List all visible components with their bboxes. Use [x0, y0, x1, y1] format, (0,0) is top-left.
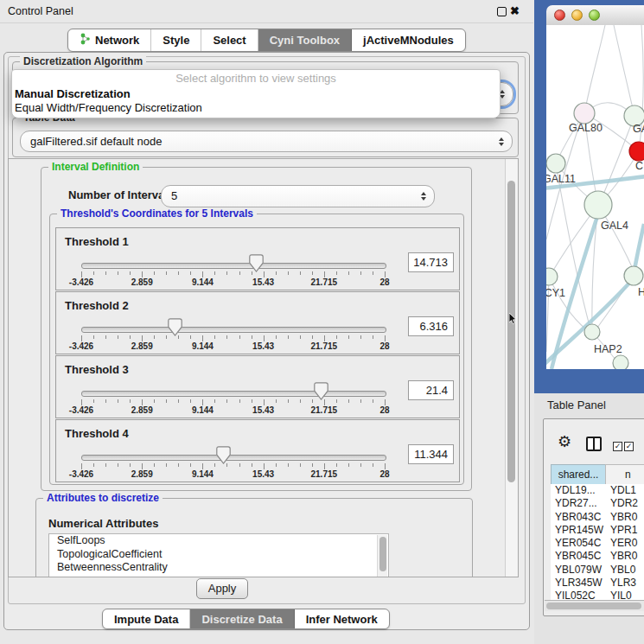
tab-impute-data[interactable]: Impute Data: [103, 609, 190, 628]
threshold-value-field[interactable]: 14.713: [408, 252, 454, 272]
group-title: Threshold's Coordinates for 5 Intervals: [57, 207, 257, 220]
slider-thumb[interactable]: [216, 446, 231, 464]
tick-label: 15.43: [245, 405, 283, 415]
algorithm-dropdown-popup: Select algorithm to view settings Manual…: [11, 69, 501, 118]
table-row[interactable]: YBR045CYBR0: [551, 550, 644, 563]
list-scrollbar[interactable]: [377, 535, 387, 577]
tick-mark: [373, 271, 373, 275]
network-node[interactable]: [546, 268, 558, 285]
number-of-intervals-spinner[interactable]: 5: [161, 185, 435, 207]
tab-discretize-data[interactable]: Discretize Data: [190, 609, 294, 628]
tick-mark: [264, 335, 265, 341]
slider-track: [81, 327, 386, 333]
tick-mark: [118, 399, 118, 403]
tick-mark: [385, 335, 386, 341]
table-row[interactable]: YIL052CYIL0: [551, 590, 644, 600]
tick-mark: [93, 271, 94, 275]
network-node-label: HAP2: [594, 343, 622, 355]
threshold-slider[interactable]: -3.4262.8599.14415.4321.71528: [56, 228, 402, 290]
table-row[interactable]: YLR345WYLR3: [551, 577, 644, 590]
traffic-light-zoom-icon[interactable]: [589, 10, 600, 21]
settings-scrollbar-thumb[interactable]: [507, 181, 515, 482]
tick-mark: [214, 463, 215, 467]
slider-thumb[interactable]: [249, 254, 264, 272]
threshold-slider[interactable]: -3.4262.8599.14415.4321.71528: [56, 420, 402, 481]
dropdown-item[interactable]: Equal Width/Frequency Discretization: [12, 101, 500, 115]
traffic-light-close-icon[interactable]: [554, 10, 565, 21]
cell-shared-name: YPR145W: [555, 524, 603, 537]
network-node[interactable]: [574, 103, 595, 124]
tick-mark: [105, 335, 106, 339]
network-node[interactable]: [584, 191, 612, 219]
table-row[interactable]: YDR27...YDR2: [551, 497, 644, 510]
threshold-value-field[interactable]: 11.344: [408, 444, 454, 464]
tab-jactivemnodules[interactable]: jActiveMNodules: [352, 29, 465, 51]
network-node[interactable]: [629, 142, 644, 161]
network-canvas[interactable]: GAL80GACGAL11GAL4GCY1HHAP2: [546, 25, 644, 369]
tick-mark: [252, 335, 252, 339]
column-header-name[interactable]: n: [605, 464, 644, 485]
network-node-label: H: [638, 286, 644, 298]
dropdown-item[interactable]: Manual Discretization: [12, 87, 500, 101]
table-data-value: galFiltered.sif default node: [30, 131, 162, 151]
list-item[interactable]: BetweennessCentrality: [49, 561, 388, 575]
tick-mark: [324, 271, 325, 277]
tab-network[interactable]: Network: [68, 29, 151, 51]
split-columns-icon[interactable]: [586, 437, 602, 451]
network-window-titlebar[interactable]: [546, 5, 644, 26]
horizontal-scrollbar[interactable]: [545, 600, 644, 611]
list-item[interactable]: TopologicalCoefficient: [49, 548, 388, 562]
list-item[interactable]: SelfLoops: [49, 534, 388, 548]
network-node[interactable]: [584, 324, 600, 340]
tab-style[interactable]: Style: [151, 29, 201, 51]
tick-mark: [190, 335, 191, 339]
tab-select[interactable]: Select: [201, 29, 258, 51]
tick-mark: [190, 271, 191, 275]
table-row[interactable]: YBL079WYBL0: [551, 564, 644, 577]
tick-label: 9.144: [183, 405, 221, 415]
tick-mark: [373, 463, 373, 467]
screenshot-root: Control Panel ✖ NetworkStyleSelectCyni T…: [0, 0, 644, 644]
float-window-icon[interactable]: [497, 7, 507, 16]
tick-label: 21.715: [305, 405, 343, 415]
threshold-value-field[interactable]: 6.316: [408, 316, 454, 336]
control-panel-titlebar: Control Panel ✖: [0, 0, 533, 23]
tick-mark: [348, 463, 349, 467]
threshold-slider[interactable]: -3.4262.8599.14415.4321.71528: [56, 356, 402, 418]
gear-icon[interactable]: ⚙: [558, 434, 571, 450]
column-header-shared-name[interactable]: shared...: [551, 464, 606, 485]
tab-label: Discretize Data: [201, 613, 282, 626]
tick-mark: [166, 463, 167, 467]
table-row[interactable]: YDL19...YDL1: [551, 484, 644, 497]
network-node[interactable]: [613, 355, 628, 369]
numerical-attributes-list[interactable]: SelfLoopsTopologicalCoefficientBetweenne…: [48, 533, 389, 577]
table-row[interactable]: YPR145WYPR1: [551, 524, 644, 537]
horizontal-scrollbar-thumb[interactable]: [546, 603, 641, 609]
settings-scrollbar[interactable]: [505, 159, 518, 577]
tab-label: Style: [163, 34, 189, 47]
cell-shared-name: YBR043C: [555, 511, 601, 524]
network-edge: [614, 25, 634, 116]
table-row[interactable]: YER054CYER0: [551, 537, 644, 550]
tick-mark: [264, 399, 265, 405]
apply-button[interactable]: Apply: [196, 578, 248, 599]
slider-thumb[interactable]: [314, 382, 328, 400]
tick-label: 28: [366, 469, 404, 479]
checkbox-icon[interactable]: ✓: [613, 442, 622, 451]
close-icon[interactable]: ✖: [510, 3, 520, 19]
network-node[interactable]: [624, 266, 643, 285]
list-scrollbar-thumb[interactable]: [379, 537, 386, 571]
slider-thumb[interactable]: [168, 318, 182, 336]
tab-infer-network[interactable]: Infer Network: [295, 609, 389, 628]
tick-mark: [142, 463, 143, 469]
checkbox-icon[interactable]: ✓: [624, 442, 634, 451]
tab-cyni-toolbox[interactable]: Cyni Toolbox: [258, 29, 352, 51]
table-data-combobox[interactable]: galFiltered.sif default node: [20, 131, 513, 152]
traffic-light-minimize-icon[interactable]: [571, 10, 583, 21]
network-node[interactable]: [546, 154, 565, 173]
tick-mark: [154, 463, 155, 467]
threshold-value-field[interactable]: 21.4: [408, 380, 454, 400]
tick-mark: [105, 271, 106, 275]
threshold-slider[interactable]: -3.4262.8599.14415.4321.71528: [56, 292, 402, 354]
table-row[interactable]: YBR043CYBR0: [551, 511, 644, 524]
